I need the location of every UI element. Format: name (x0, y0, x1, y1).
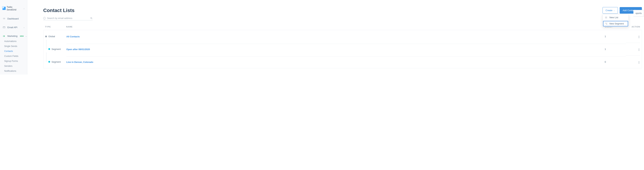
type-cell: Segment (45, 57, 66, 67)
type-cell: Segment (45, 44, 66, 54)
type-label: Segment (52, 61, 61, 63)
megaphone-icon (2, 35, 6, 37)
chevron-down-icon: ⌄ (23, 26, 25, 28)
type-cell: Global (45, 35, 66, 38)
brand-switcher[interactable]: Twilio SendGrid ⌄ (0, 6, 27, 17)
sidebar-item-marketing[interactable]: Marketing NEW ⌄ (2, 35, 25, 37)
contact-list-link[interactable]: Open after 08/01/2020 (66, 48, 90, 51)
row-actions-menu[interactable] (638, 35, 640, 39)
svg-point-5 (605, 23, 606, 23)
svg-point-2 (605, 17, 606, 17)
sidebar-label: Dashboard (8, 17, 19, 20)
col-name: NAME (66, 26, 605, 28)
sidebar-label: Email API (8, 26, 17, 29)
window-icon (2, 26, 6, 29)
svg-point-7 (606, 23, 607, 23)
subnav-contacts[interactable]: Contacts (4, 49, 25, 54)
svg-point-3 (605, 17, 606, 18)
status-dot-icon (48, 48, 50, 50)
subnav-automations[interactable]: Automations (4, 39, 25, 44)
create-label: Create (606, 9, 612, 12)
gauge-icon (2, 18, 6, 20)
table-row: GlobalAll Contacts1 (44, 30, 642, 43)
svg-point-8 (90, 17, 92, 19)
table-row: SegmentLive in Denver, Colorado0 (44, 55, 642, 68)
subnav-senders[interactable]: Senders (4, 64, 25, 68)
exports-label: xports (636, 12, 642, 15)
type-label: Global (48, 35, 55, 38)
row-actions-menu[interactable] (638, 48, 640, 52)
dropdown-new-list[interactable]: New List (603, 14, 628, 21)
search-icon (90, 17, 93, 20)
chevron-down-icon: ⌄ (614, 10, 615, 11)
svg-rect-1 (3, 27, 5, 28)
col-type: TYPE (45, 26, 66, 28)
marketing-subnav: Automations Single Sends Contacts Custom… (2, 37, 25, 73)
search-field[interactable]: i (43, 16, 93, 20)
table-header: TYPE NAME COUNT ACTION (43, 26, 642, 30)
sidebar: Twilio SendGrid ⌄ Dashboard Email API ⌄ (0, 0, 27, 74)
chevron-down-icon: ⌄ (26, 35, 27, 37)
dropdown-label: New List (610, 16, 618, 19)
sidebar-item-email-api[interactable]: Email API ⌄ (2, 26, 25, 29)
create-dropdown: New List New Segment (602, 14, 629, 27)
subnav-custom-fields[interactable]: Custom Fields (4, 54, 25, 59)
table-row: SegmentOpen after 08/01/20201 (44, 43, 642, 55)
svg-point-6 (606, 24, 607, 24)
info-icon: i (43, 17, 46, 20)
sidebar-label: Marketing (8, 35, 18, 37)
brand-name: Twilio SendGrid (7, 6, 22, 11)
dropdown-new-segment[interactable]: New Segment (603, 21, 628, 27)
dropdown-label: New Segment (610, 22, 624, 25)
status-dot-icon (45, 36, 47, 37)
list-icon (605, 16, 608, 19)
badge-new: NEW (20, 35, 24, 37)
create-button[interactable]: Create ⌄ (602, 7, 618, 14)
exports-button[interactable]: xports (634, 10, 644, 17)
page-title: Contact Lists (43, 8, 74, 13)
status-dot-icon (48, 61, 50, 63)
sidebar-item-dashboard[interactable]: Dashboard (2, 17, 25, 20)
main-content: Contact Lists Create ⌄ New List (27, 0, 644, 74)
count-value: 1 (605, 35, 626, 38)
subnav-signup-forms[interactable]: Signup Forms (4, 59, 25, 64)
contacts-table: TYPE NAME COUNT ACTION GlobalAll Contact… (43, 26, 642, 68)
contact-list-link[interactable]: All Contacts (66, 35, 80, 38)
svg-point-4 (605, 18, 606, 18)
subnav-notifications[interactable]: Notifications (4, 68, 25, 73)
contact-list-link[interactable]: Live in Denver, Colorado (66, 61, 93, 63)
search-input[interactable] (47, 17, 90, 20)
type-label: Segment (52, 48, 61, 50)
segment-icon (605, 23, 608, 25)
count-value: 0 (605, 56, 626, 67)
count-value: 1 (605, 44, 626, 54)
brand-logo-icon (2, 7, 6, 10)
row-actions-menu[interactable] (638, 61, 640, 64)
subnav-single-sends[interactable]: Single Sends (4, 44, 25, 49)
chevron-down-icon: ⌄ (23, 8, 25, 9)
